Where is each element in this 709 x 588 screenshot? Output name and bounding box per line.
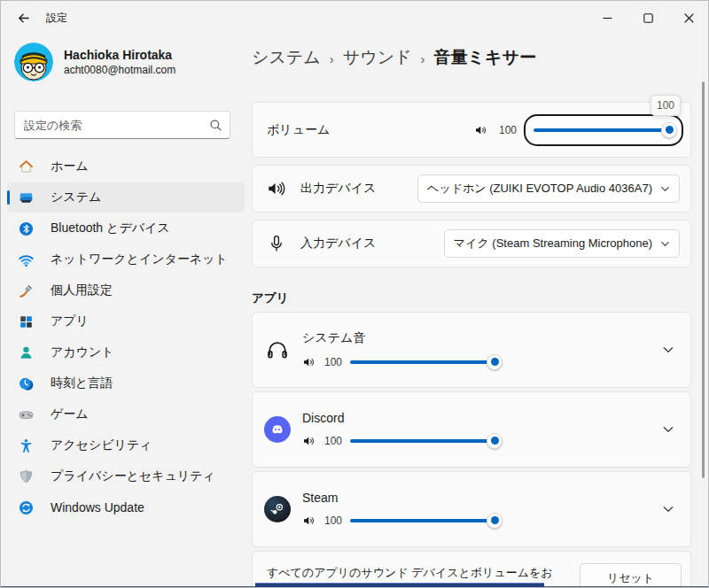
apps-icon	[18, 313, 35, 330]
network-icon	[18, 251, 35, 268]
app-volume-slider[interactable]	[350, 354, 499, 370]
output-device-dropdown[interactable]: ヘッドホン (ZUIKI EVOTOP Audio 4036A7)	[417, 174, 680, 203]
sidebar-item-home[interactable]: ホーム	[7, 151, 245, 182]
app-volume-value: 100	[324, 514, 342, 527]
sidebar-item-system[interactable]: システム	[7, 182, 245, 213]
maximize-icon	[643, 13, 653, 23]
sidebar-item-label: 個人用設定	[51, 282, 113, 298]
sidebar-item-personalization[interactable]: 個人用設定	[7, 275, 245, 306]
titlebar: 設定	[0, 0, 709, 35]
breadcrumb-separator-icon: ›	[421, 50, 425, 66]
sidebar-item-label: ネットワークとインターネット	[51, 251, 228, 267]
slider-thumb[interactable]	[487, 433, 503, 449]
breadcrumb-system[interactable]: システム	[252, 46, 321, 69]
speaker-loud-icon	[267, 179, 286, 198]
speaker-icon[interactable]	[302, 514, 316, 528]
slider-track[interactable]	[350, 519, 499, 522]
input-device-dropdown[interactable]: マイク (Steam Streaming Microphone)	[444, 229, 680, 258]
slider-track[interactable]	[350, 360, 499, 364]
background-window-edge	[255, 583, 544, 588]
output-device-value: ヘッドホン (ZUIKI EVOTOP Audio 4036A7)	[427, 181, 652, 197]
sidebar-item-accounts[interactable]: アカウント	[7, 337, 245, 368]
sidebar-item-gaming[interactable]: ゲーム	[7, 399, 245, 429]
steam-icon	[264, 496, 291, 522]
user-email: acht0080@hotmail.com	[64, 64, 175, 76]
headphones-icon	[265, 337, 290, 362]
sidebar-item-label: Bluetooth とデバイス	[51, 220, 170, 236]
volume-slider[interactable]	[534, 122, 674, 138]
sidebar-item-label: ホーム	[51, 159, 89, 174]
main-content: システム › サウンド › 音量ミキサー システム 100 ボリューム 100	[252, 35, 709, 588]
output-device-row: 出力デバイス ヘッドホン (ZUIKI EVOTOP Audio 4036A7)	[252, 165, 691, 213]
volume-row: ボリューム 100	[252, 102, 691, 158]
sidebar-item-accessibility[interactable]: アクセシビリティ	[7, 430, 245, 460]
volume-value: 100	[495, 124, 517, 136]
user-name: Hachioka Hirotaka	[64, 48, 175, 62]
slider-thumb[interactable]	[487, 513, 503, 529]
app-volume-value: 100	[324, 435, 342, 447]
sidebar-item-label: Windows Update	[51, 500, 144, 514]
microphone-icon	[267, 234, 286, 253]
settings-search[interactable]	[14, 111, 230, 139]
sidebar-item-label: システム	[51, 190, 101, 205]
minimize-button[interactable]	[587, 0, 627, 35]
privacy-icon	[18, 468, 35, 485]
app-volume-slider[interactable]	[350, 513, 499, 529]
minimize-icon	[603, 13, 612, 23]
system-icon	[18, 190, 35, 206]
sidebar-item-windows-update[interactable]: Windows Update	[7, 492, 245, 522]
back-button[interactable]	[7, 4, 39, 32]
slider-value-tooltip: 100	[651, 95, 681, 116]
windows-update-icon	[18, 499, 35, 516]
sidebar-item-network[interactable]: ネットワークとインターネット	[7, 244, 245, 275]
sidebar-item-label: プライバシーとセキュリティ	[51, 468, 215, 484]
home-icon	[18, 159, 35, 175]
apps-section-label: アプリ	[252, 290, 288, 306]
sidebar-item-label: アクセシビリティ	[51, 437, 152, 453]
sidebar-item-time-language[interactable]: 時刻と言語	[7, 368, 245, 398]
volume-slider-thumb[interactable]	[661, 122, 677, 138]
app-name: Discord	[302, 411, 662, 425]
window-title: 設定	[46, 11, 67, 26]
sidebar-item-privacy[interactable]: プライバシーとセキュリティ	[7, 461, 245, 491]
search-input[interactable]	[24, 119, 209, 132]
sidebar-item-bluetooth[interactable]: Bluetooth とデバイス	[7, 213, 245, 244]
close-button[interactable]	[668, 0, 709, 35]
caption-buttons	[587, 0, 709, 35]
page-title: 音量ミキサー	[434, 46, 536, 69]
app-row-discord[interactable]: Discord 100	[252, 391, 691, 468]
expand-chevron-icon[interactable]	[662, 503, 674, 515]
breadcrumb: システム › サウンド › 音量ミキサー	[252, 46, 536, 69]
reset-button[interactable]: リセット	[580, 563, 682, 588]
breadcrumb-separator-icon: ›	[330, 50, 334, 66]
app-row-steam[interactable]: Steam 100	[252, 471, 691, 547]
app-volume-slider[interactable]	[350, 433, 499, 449]
sidebar-item-apps[interactable]: アプリ	[7, 306, 245, 337]
breadcrumb-sound[interactable]: サウンド	[343, 46, 412, 69]
volume-slider-track[interactable]	[534, 128, 674, 132]
speaker-icon[interactable]	[302, 434, 316, 448]
accessibility-icon	[18, 437, 35, 454]
volume-slider-focus-ring	[524, 114, 683, 146]
sidebar-nav: ホーム システム Bluetooth とデバイス ネットワ	[0, 151, 252, 523]
personalization-icon	[18, 282, 35, 299]
expand-chevron-icon[interactable]	[662, 344, 674, 356]
slider-thumb[interactable]	[487, 354, 503, 370]
sidebar: Hachioka Hirotaka acht0080@hotmail.com ホ…	[0, 35, 252, 588]
maximize-button[interactable]	[627, 0, 668, 35]
app-row-system-sounds[interactable]: システム音 100	[252, 312, 691, 388]
speaker-icon[interactable]	[474, 123, 488, 137]
close-icon	[684, 13, 694, 23]
input-device-row: 入力デバイス マイク (Steam Streaming Microphone)	[252, 220, 691, 267]
app-name: システム音	[302, 330, 662, 346]
slider-track[interactable]	[350, 439, 499, 443]
expand-chevron-icon[interactable]	[662, 423, 674, 436]
discord-icon	[264, 416, 291, 443]
chevron-down-icon	[660, 184, 670, 194]
speaker-icon[interactable]	[302, 355, 316, 369]
scrollbar[interactable]	[702, 81, 705, 478]
accounts-icon	[18, 344, 35, 361]
user-account[interactable]: Hachioka Hirotaka acht0080@hotmail.com	[14, 43, 175, 81]
app-name: Steam	[302, 491, 662, 505]
sidebar-item-label: アカウント	[51, 344, 114, 360]
